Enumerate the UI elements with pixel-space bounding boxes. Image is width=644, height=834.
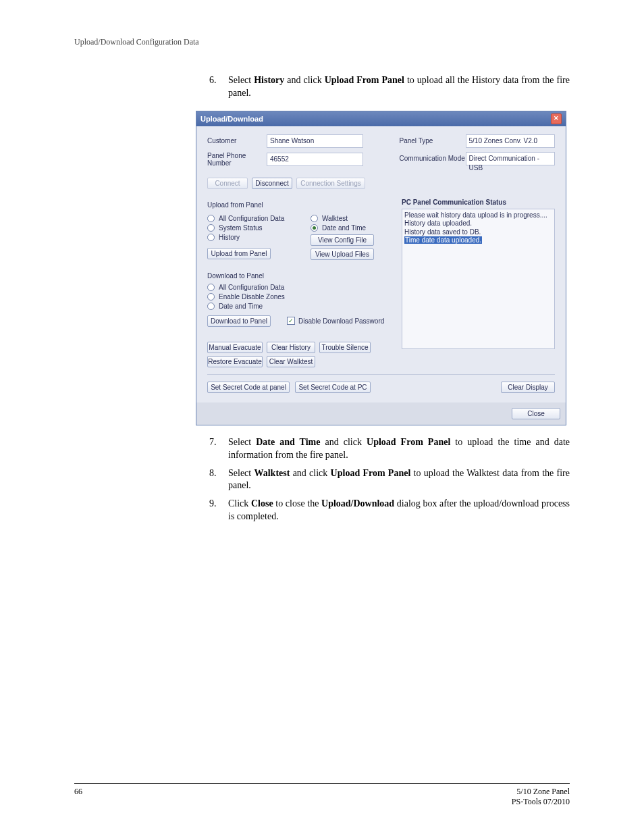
close-button[interactable]: Close	[512, 408, 560, 419]
pc-status-line-highlight: Time date data uploaded.	[404, 236, 482, 244]
pc-status-box: Please wait history data upload is in pr…	[402, 209, 555, 349]
radio-walktest[interactable]: Walktest	[311, 215, 390, 222]
step-text: Select Walktest and click Upload From Pa…	[228, 467, 570, 493]
radio-date-time[interactable]: Date and Time	[311, 224, 390, 232]
step-list: 6. Select History and click Upload From …	[74, 74, 570, 100]
upload-section-title: Upload from Panel	[207, 201, 390, 209]
radio-dl-dt[interactable]: Date and Time	[207, 303, 390, 310]
radio-dl-all[interactable]: All Configuration Data	[207, 284, 390, 291]
restore-evacuate-button[interactable]: Restore Evacuate	[207, 356, 263, 367]
disable-download-password-check[interactable]: ✓Disable Download Password	[287, 317, 384, 325]
step-number: 7.	[209, 436, 228, 462]
trouble-silence-button[interactable]: Trouble Silence	[319, 342, 371, 353]
paneltype-field[interactable]: 5/10 Zones Conv. V2.0	[466, 134, 556, 148]
download-section-title: Download to Panel	[207, 272, 390, 280]
connect-button[interactable]: Connect	[207, 178, 248, 189]
footer-line1: 5/10 Zone Panel	[512, 787, 570, 797]
customer-field[interactable]: Shane Watson	[267, 134, 363, 148]
set-secret-code-pc-button[interactable]: Set Secret Code at PC	[295, 382, 371, 393]
step-text: Select History and click Upload From Pan…	[228, 74, 570, 100]
phone-field[interactable]: 46552	[267, 153, 363, 166]
step-list: 7. Select Date and Time and click Upload…	[74, 436, 570, 523]
clear-walktest-button[interactable]: Clear Walktest	[267, 356, 315, 367]
step-text: Click Close to close the Upload/Download…	[228, 498, 570, 523]
radio-system-status[interactable]: System Status	[207, 224, 286, 232]
step-number: 8.	[209, 467, 228, 493]
step-text: Select Date and Time and click Upload Fr…	[228, 436, 570, 462]
dialog-title: Upload/Download	[200, 115, 263, 123]
page-number: 66	[74, 787, 82, 807]
download-to-panel-button[interactable]: Download to Panel	[207, 315, 271, 327]
clear-history-button[interactable]: Clear History	[267, 342, 315, 353]
commmode-label: Communication Mode	[400, 155, 466, 162]
radio-history[interactable]: History	[207, 234, 286, 241]
upload-download-dialog: Upload/Download ✕ Customer Shane Watson …	[196, 111, 566, 425]
clear-display-button[interactable]: Clear Display	[501, 382, 555, 393]
disconnect-button[interactable]: Disconnect	[252, 178, 292, 189]
pc-status-line: History data uploaded.	[404, 219, 552, 228]
set-secret-code-panel-button[interactable]: Set Secret Code at panel	[207, 382, 290, 393]
pc-status-line: History data saved to DB.	[404, 228, 552, 237]
phone-label: Panel Phone Number	[207, 152, 267, 167]
commmode-field[interactable]: Direct Communication - USB	[466, 152, 556, 165]
page-footer: 66 5/10 Zone Panel PS-Tools 07/2010	[74, 783, 570, 807]
view-config-button[interactable]: View Config File	[311, 234, 374, 246]
pc-status-title: PC Panel Communication Status	[402, 199, 555, 206]
step-number: 9.	[209, 498, 228, 523]
footer-line2: PS-Tools 07/2010	[512, 797, 570, 807]
pc-status-line: Please wait history data upload is in pr…	[404, 211, 552, 220]
connection-settings-button[interactable]: Connection Settings	[296, 178, 365, 189]
close-icon[interactable]: ✕	[551, 113, 562, 124]
upload-from-panel-button[interactable]: Upload from Panel	[207, 248, 271, 259]
customer-label: Customer	[207, 137, 267, 145]
view-upload-files-button[interactable]: View Upload Files	[311, 249, 374, 260]
manual-evacuate-button[interactable]: Manual Evacuate	[207, 342, 263, 353]
step-number: 6.	[209, 74, 228, 100]
paneltype-label: Panel Type	[400, 137, 466, 145]
radio-all-config[interactable]: All Configuration Data	[207, 215, 286, 222]
radio-dl-edz[interactable]: Enable Disable Zones	[207, 293, 390, 301]
page-header: Upload/Download Configuration Data	[74, 37, 570, 47]
